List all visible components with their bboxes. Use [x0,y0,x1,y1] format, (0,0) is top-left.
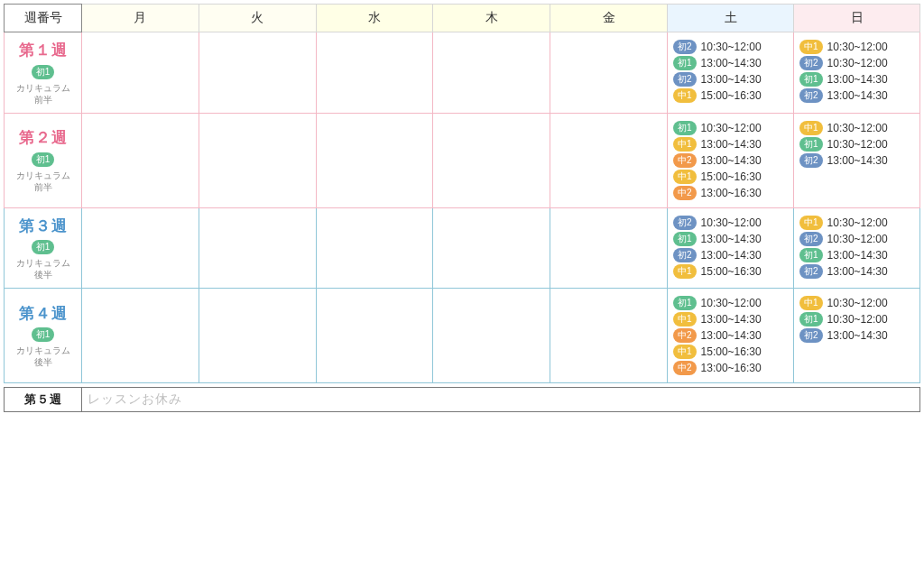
lesson-slot: 中110:30~12:00 [799,121,916,135]
lesson-slot: 初110:30~12:00 [799,137,916,152]
week-row-1: 第１週初1カリキュラム 前半初210:30~12:00初113:00~14:30… [5,32,920,114]
slot-time: 10:30~12:00 [827,122,888,134]
lesson-slot: 初110:30~12:00 [673,296,790,310]
lesson-slot: 中213:00~16:30 [673,186,790,200]
level-badge: 中1 [673,88,697,103]
level-badge: 初2 [799,264,823,279]
slot-time: 10:30~12:00 [827,313,888,326]
slot-time: 13:00~14:30 [701,249,762,262]
lesson-slot: 中115:00~16:30 [673,264,790,279]
empty-cell [199,289,316,383]
week-title: 第４週 [6,303,79,324]
week5-title: 第５週 [5,388,82,412]
header-sun: 日 [794,5,920,32]
sat-cell: 初110:30~12:00中113:00~14:30中213:00~14:30中… [668,289,794,383]
header-weeknum: 週番号 [5,5,82,32]
lesson-slot: 中113:00~14:30 [673,312,790,326]
lesson-slot: 初113:00~14:30 [799,72,916,87]
lesson-slot: 中115:00~16:30 [673,345,790,359]
week5-table: 第５週 レッスンお休み [4,387,920,412]
level-badge: 初2 [673,72,697,87]
week-title: 第３週 [6,216,79,236]
week-curriculum-label: カリキュラム 後半 [6,257,79,280]
level-badge: 初1 [673,121,697,135]
slot-time: 13:00~14:30 [701,329,762,342]
week-label-cell: 第１週初1カリキュラム 前半 [5,32,82,114]
week-label-cell: 第３週初1カリキュラム 後半 [5,207,82,289]
week-label-cell: 第２週初1カリキュラム 前半 [5,113,82,207]
lesson-slot: 初213:00~14:30 [799,328,916,343]
lesson-slot: 中213:00~14:30 [673,153,790,168]
empty-cell [550,289,668,383]
header-row: 週番号 月 火 水 木 金 土 日 [5,5,920,32]
slot-time: 10:30~12:00 [827,138,888,151]
lesson-slot: 初113:00~14:30 [799,248,916,262]
lesson-slot: 初210:30~12:00 [799,232,916,246]
level-badge: 中2 [673,328,697,343]
header-sat: 土 [668,5,794,32]
sat-cell: 初210:30~12:00初113:00~14:30初213:00~14:30中… [668,207,794,289]
slot-time: 10:30~12:00 [827,41,888,53]
empty-cell [82,113,199,207]
lesson-slot: 初113:00~14:30 [673,232,790,246]
empty-cell [550,207,668,289]
slot-time: 10:30~12:00 [701,122,762,134]
week-badge: 初1 [32,327,55,342]
empty-cell [199,113,316,207]
lesson-slot: 初213:00~14:30 [799,264,916,279]
week-label-cell: 第４週初1カリキュラム 後半 [5,289,82,383]
level-badge: 中1 [673,312,697,326]
level-badge: 初2 [673,216,697,230]
week-row-2: 第２週初1カリキュラム 前半初110:30~12:00中113:00~14:30… [5,113,920,207]
schedule-table: 週番号 月 火 水 木 金 土 日 第１週初1カリキュラム 前半初210:30~… [4,4,920,383]
lesson-slot: 初213:00~14:30 [673,72,790,87]
lesson-slot: 初210:30~12:00 [673,216,790,230]
sun-cell: 中110:30~12:00初210:30~12:00初113:00~14:30初… [794,207,920,289]
slot-time: 13:00~14:30 [701,154,762,167]
week-curriculum-label: カリキュラム 前半 [6,170,79,193]
slot-time: 13:00~14:30 [701,138,762,151]
sun-cell: 中110:30~12:00初110:30~12:00初213:00~14:30 [794,113,920,207]
slot-time: 13:00~14:30 [827,89,888,102]
lesson-slot: 初110:30~12:00 [673,121,790,135]
slot-time: 13:00~14:30 [701,233,762,245]
lesson-slot: 中115:00~16:30 [673,88,790,103]
level-badge: 中1 [673,170,697,184]
slot-time: 10:30~12:00 [827,57,888,69]
level-badge: 初2 [799,56,823,70]
header-tue: 火 [199,5,316,32]
week5-row: 第５週 レッスンお休み [5,388,920,412]
week5-note: レッスンお休み [88,391,182,406]
level-badge: 中1 [799,40,823,54]
empty-cell [433,207,550,289]
lesson-slot: 初213:00~14:30 [799,88,916,103]
level-badge: 初2 [799,153,823,168]
week-title: 第２週 [6,127,79,148]
level-badge: 初1 [673,56,697,70]
empty-cell [82,207,199,289]
level-badge: 中2 [673,186,697,200]
lesson-slot: 中213:00~14:30 [673,328,790,343]
level-badge: 中1 [799,121,823,135]
level-badge: 中1 [673,345,697,359]
slot-time: 15:00~16:30 [701,89,762,102]
header-wed: 水 [316,5,433,32]
header-thu: 木 [433,5,550,32]
slot-time: 13:00~16:30 [701,362,762,374]
empty-cell [316,207,433,289]
lesson-slot: 初210:30~12:00 [673,40,790,54]
slot-time: 13:00~14:30 [827,249,888,262]
level-badge: 中1 [799,296,823,310]
empty-cell [316,113,433,207]
slot-time: 15:00~16:30 [701,170,762,183]
level-badge: 中1 [799,216,823,230]
level-badge: 初2 [799,88,823,103]
slot-time: 10:30~12:00 [827,297,888,309]
empty-cell [316,289,433,383]
slot-time: 10:30~12:00 [827,233,888,245]
slot-time: 13:00~14:30 [701,313,762,326]
lesson-slot: 中113:00~14:30 [673,137,790,152]
empty-cell [199,32,316,114]
week-title: 第１週 [6,40,79,60]
level-badge: 初1 [799,312,823,326]
